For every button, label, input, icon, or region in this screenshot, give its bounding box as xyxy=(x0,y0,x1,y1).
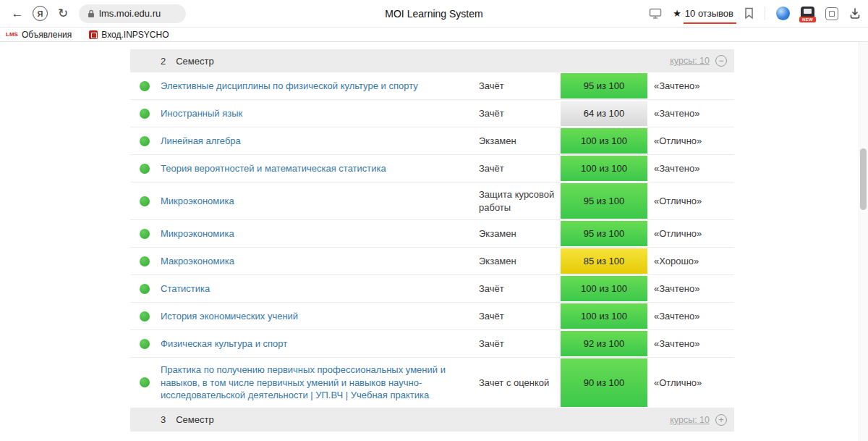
collapse-icon[interactable]: − xyxy=(715,55,727,67)
score-badge: 100 из 100 xyxy=(561,276,647,301)
browser-logo-icon[interactable]: Я xyxy=(33,6,48,21)
gradebook-table: 2 Семестр курсы: 10 − Элективные дисципл… xyxy=(130,49,734,432)
downloads-icon[interactable] xyxy=(849,7,861,20)
reviews-underline xyxy=(684,22,736,24)
score-badge: 64 из 100 xyxy=(561,101,647,126)
reviews-label: 10 отзывов xyxy=(685,8,733,19)
table-row: Физическая культура и спорт Зачёт 92 из … xyxy=(130,330,734,358)
bookmark-label: Объявления xyxy=(22,30,72,40)
grade-text: «Зачтено» xyxy=(647,72,734,99)
course-link[interactable]: Элективные дисциплины по физической куль… xyxy=(161,80,418,93)
score-cell: 100 из 100 xyxy=(561,303,647,329)
score-badge: 95 из 100 xyxy=(561,221,647,246)
expand-icon[interactable]: + xyxy=(715,414,727,426)
exam-type: Экзамен xyxy=(474,220,561,247)
semester-header-2: 2 Семестр курсы: 10 − xyxy=(130,49,734,72)
score-cell: 95 из 100 xyxy=(561,220,647,247)
status-cell xyxy=(130,330,155,357)
scrollbar-track[interactable] xyxy=(859,42,868,441)
status-cell xyxy=(130,100,155,127)
course-cell: Линейная алгебра xyxy=(155,127,474,154)
status-cell xyxy=(130,303,155,329)
grade-text: «Зачтено» xyxy=(647,100,734,127)
course-link[interactable]: Практика по получению первичных професси… xyxy=(161,364,467,402)
table-row: Практика по получению первичных професси… xyxy=(130,358,734,408)
star-icon: ★ xyxy=(673,8,681,19)
table-row: Иностранный язык Зачёт 64 из 100 «Зачтен… xyxy=(130,100,734,127)
exam-type: Зачёт xyxy=(474,155,561,182)
course-link[interactable]: Микроэкономика xyxy=(161,195,234,208)
exam-type: Зачет с оценкой xyxy=(474,358,561,408)
score-badge: 95 из 100 xyxy=(561,73,647,98)
grade-text: «Зачтено» xyxy=(647,155,734,182)
bookmark-item-inpsycho[interactable]: Вход.INPSYCHO xyxy=(89,30,169,40)
courses-count-link[interactable]: курсы: 10 xyxy=(670,415,710,425)
status-dot-icon xyxy=(140,81,150,91)
site-reviews[interactable]: ★ 10 отзывов xyxy=(673,8,733,19)
score-badge: 95 из 100 xyxy=(561,183,647,219)
lms-favicon: LMS xyxy=(6,31,18,38)
address-bar[interactable]: lms.moi.edu.ru xyxy=(79,4,186,23)
semester-number: 2 xyxy=(161,56,166,67)
extension-cards-icon[interactable] xyxy=(825,7,838,20)
extension-new-icon[interactable]: NEW xyxy=(801,7,814,20)
course-cell: Теория вероятностей и математическая ста… xyxy=(155,155,474,182)
status-dot-icon xyxy=(140,256,150,266)
score-badge: 100 из 100 xyxy=(561,303,647,329)
exam-type: Экзамен xyxy=(474,127,561,154)
bookmark-label: Вход.INPSYCHO xyxy=(101,30,169,40)
status-dot-icon xyxy=(140,196,150,206)
course-link[interactable]: Микроэкономика xyxy=(161,227,234,240)
course-link[interactable]: Физическая культура и спорт xyxy=(161,337,287,350)
exam-type: Экзамен xyxy=(474,248,561,274)
course-cell: Микроэкономика xyxy=(155,182,474,219)
exam-type: Зачёт xyxy=(474,100,561,127)
grade-text: «Зачтено» xyxy=(647,330,734,357)
refresh-icon[interactable]: ↻ xyxy=(53,6,73,21)
course-link[interactable]: Линейная алгебра xyxy=(161,135,241,148)
score-cell: 100 из 100 xyxy=(561,275,647,302)
scrollbar-thumb[interactable] xyxy=(860,148,867,210)
grade-text: «Отлично» xyxy=(647,220,734,247)
url-text: lms.moi.edu.ru xyxy=(99,8,161,19)
score-cell: 85 из 100 xyxy=(561,248,647,274)
course-cell: Иностранный язык xyxy=(155,100,474,127)
new-badge: NEW xyxy=(799,17,816,22)
exam-type: Зачёт xyxy=(474,72,561,99)
exam-type: Зачёт xyxy=(474,330,561,357)
bookmark-item-announcements[interactable]: LMS Объявления xyxy=(6,30,72,40)
courses-count-link[interactable]: курсы: 10 xyxy=(670,56,710,66)
status-cell xyxy=(130,72,155,99)
bookmarks-bar: LMS Объявления Вход.INPSYCHO xyxy=(0,28,868,42)
back-icon[interactable]: ← xyxy=(7,7,27,21)
browser-toolbar: ← Я ↻ lms.moi.edu.ru MOI Learning System… xyxy=(0,0,868,28)
score-badge: 100 из 100 xyxy=(561,128,647,154)
grade-text: «Зачтено» xyxy=(647,303,734,329)
course-link[interactable]: Статистика xyxy=(161,282,210,295)
semester-label: Семестр xyxy=(176,56,213,67)
table-row: Микроэкономика Защита курсовой работы 95… xyxy=(130,182,734,220)
score-cell: 90 из 100 xyxy=(561,358,647,408)
extension-globe-icon[interactable] xyxy=(776,7,790,20)
course-link[interactable]: Иностранный язык xyxy=(161,107,242,120)
score-badge: 92 из 100 xyxy=(561,331,647,356)
semester-number: 3 xyxy=(161,414,166,425)
score-cell: 100 из 100 xyxy=(561,155,647,182)
semester-header-3: 3 Семестр курсы: 10 + xyxy=(130,408,734,432)
bookmark-flag-icon[interactable] xyxy=(744,7,754,20)
status-dot-icon xyxy=(140,284,150,294)
grade-text: «Отлично» xyxy=(647,127,734,154)
status-cell xyxy=(130,248,155,274)
course-link[interactable]: История экономических учений xyxy=(161,310,298,323)
grade-text: «Отлично» xyxy=(647,358,734,408)
course-link[interactable]: Теория вероятностей и математическая ста… xyxy=(161,162,386,175)
monitor-icon[interactable] xyxy=(649,8,662,19)
score-badge: 100 из 100 xyxy=(561,156,647,181)
page-content: 2 Семестр курсы: 10 − Элективные дисципл… xyxy=(0,42,868,441)
score-cell: 64 из 100 xyxy=(561,100,647,127)
course-link[interactable]: Макроэкономика xyxy=(161,255,234,268)
score-badge: 90 из 100 xyxy=(561,358,647,407)
status-dot-icon xyxy=(140,136,150,146)
table-row: Линейная алгебра Экзамен 100 из 100 «Отл… xyxy=(130,127,734,155)
course-cell: Макроэкономика xyxy=(155,248,474,274)
